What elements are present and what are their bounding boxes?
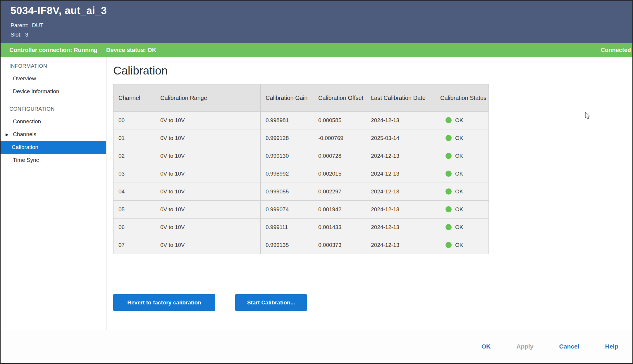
cell-range: 0V to 10V bbox=[155, 219, 261, 236]
status-ok-icon bbox=[445, 206, 452, 212]
cell-channel: 05 bbox=[113, 201, 155, 219]
ok-button[interactable]: OK bbox=[481, 343, 491, 350]
help-button[interactable]: Help bbox=[605, 343, 618, 350]
controller-connection-status: Controller connection: Running bbox=[9, 47, 97, 53]
start-calibration-button[interactable]: Start Calibration... bbox=[235, 294, 307, 311]
cell-date: 2024-12-13 bbox=[366, 112, 435, 129]
sidebar-item-label: Time Sync bbox=[13, 157, 39, 163]
sidebar-item-calibration[interactable]: Calibration bbox=[1, 141, 106, 154]
table-row[interactable]: 06 0V to 10V 0.999111 0.001433 2024-12-1… bbox=[113, 219, 489, 236]
mouse-cursor-icon bbox=[584, 112, 592, 122]
sidebar-item-label: Channels bbox=[13, 131, 36, 138]
slot-value: 3 bbox=[25, 32, 28, 38]
table-row[interactable]: 07 0V to 10V 0.999135 0.000373 2024-12-1… bbox=[113, 236, 489, 254]
calibration-actions: Revert to factory calibration Start Cali… bbox=[113, 294, 632, 311]
status-ok-icon bbox=[445, 188, 452, 195]
connection-status-bar: Controller connection: Running Device st… bbox=[1, 43, 632, 57]
sidebar-item-time-sync[interactable]: Time Sync bbox=[1, 154, 106, 167]
status-ok-icon bbox=[445, 135, 452, 141]
status-ok-icon bbox=[445, 224, 452, 230]
cell-gain: 0.999111 bbox=[261, 219, 313, 236]
device-slot-line: Slot:3 bbox=[11, 32, 28, 38]
cell-channel: 02 bbox=[113, 147, 155, 165]
parent-value: DUT bbox=[32, 22, 43, 28]
cell-status: OK bbox=[435, 165, 489, 183]
sidebar-item-label: Connection bbox=[13, 118, 41, 125]
cancel-button[interactable]: Cancel bbox=[559, 343, 579, 350]
revert-to-factory-calibration-button[interactable]: Revert to factory calibration bbox=[113, 294, 215, 311]
table-row[interactable]: 02 0V to 10V 0.999130 0.000728 2024-12-1… bbox=[113, 147, 489, 165]
cell-channel: 04 bbox=[113, 183, 155, 201]
status-text: OK bbox=[455, 188, 463, 195]
cell-date: 2024-12-13 bbox=[366, 165, 435, 183]
cell-status: OK bbox=[435, 147, 489, 165]
status-ok-icon bbox=[445, 153, 452, 159]
slot-label: Slot: bbox=[11, 32, 22, 38]
cell-date: 2025-03-14 bbox=[366, 129, 435, 147]
sidebar-item-connection[interactable]: Connection bbox=[1, 115, 106, 128]
cell-range: 0V to 10V bbox=[155, 183, 261, 201]
cell-offset: 0.000585 bbox=[313, 112, 366, 129]
cell-channel: 03 bbox=[113, 165, 155, 183]
cell-status: OK bbox=[435, 112, 489, 129]
apply-button[interactable]: Apply bbox=[516, 343, 533, 350]
cell-status: OK bbox=[435, 219, 489, 236]
cell-channel: 00 bbox=[113, 112, 155, 129]
cell-channel: 01 bbox=[113, 129, 155, 147]
cell-gain: 0.999055 bbox=[261, 183, 313, 201]
cell-channel: 07 bbox=[113, 236, 155, 254]
status-ok-icon bbox=[445, 171, 452, 177]
cell-gain: 0.999074 bbox=[261, 201, 313, 219]
sidebar-item-channels[interactable]: ▶ Channels bbox=[1, 128, 106, 141]
body-region: INFORMATION Overview Device Information … bbox=[1, 57, 632, 330]
cell-range: 0V to 10V bbox=[155, 165, 261, 183]
sidebar-item-overview[interactable]: Overview bbox=[1, 72, 106, 85]
device-title: 5034-IF8V, aut_ai_3 bbox=[11, 5, 107, 16]
cell-range: 0V to 10V bbox=[155, 112, 261, 129]
status-text: OK bbox=[455, 242, 463, 248]
cell-offset: 0.002015 bbox=[313, 165, 366, 183]
sidebar-item-label: Calibration bbox=[12, 144, 38, 150]
parent-label: Parent: bbox=[11, 22, 28, 28]
column-header-calibration-gain: Calibration Gain bbox=[261, 84, 313, 112]
cell-range: 0V to 10V bbox=[155, 201, 261, 219]
cell-range: 0V to 10V bbox=[155, 129, 261, 147]
table-row[interactable]: 01 0V to 10V 0.999128 -0.000769 2025-03-… bbox=[113, 129, 489, 147]
cell-gain: 0.998981 bbox=[261, 112, 313, 129]
dialog-footer: OK Apply Cancel Help bbox=[1, 330, 632, 363]
cell-channel: 06 bbox=[113, 219, 155, 236]
column-header-calibration-range: Calibration Range bbox=[155, 84, 261, 112]
table-row[interactable]: 04 0V to 10V 0.999055 0.002297 2024-12-1… bbox=[113, 183, 489, 201]
cell-gain: 0.998992 bbox=[261, 165, 313, 183]
cell-range: 0V to 10V bbox=[155, 236, 261, 254]
sidebar-item-device-information[interactable]: Device Information bbox=[1, 85, 106, 98]
status-text: OK bbox=[455, 206, 463, 212]
column-header-last-calibration-date: Last Calibration Date bbox=[366, 84, 435, 112]
device-header: 5034-IF8V, aut_ai_3 Parent:DUT Slot:3 bbox=[1, 1, 632, 43]
status-text: OK bbox=[455, 135, 463, 141]
status-ok-icon bbox=[445, 117, 452, 123]
device-parent-line: Parent:DUT bbox=[11, 22, 43, 29]
page-title: Calibration bbox=[113, 64, 632, 77]
cell-status: OK bbox=[435, 201, 489, 219]
status-text: OK bbox=[455, 171, 463, 177]
table-row[interactable]: 00 0V to 10V 0.998981 0.000585 2024-12-1… bbox=[113, 112, 489, 129]
cell-offset: 0.001433 bbox=[313, 219, 366, 236]
connected-badge: Connected bbox=[601, 47, 632, 53]
sidebar-section-configuration: CONFIGURATION bbox=[1, 103, 106, 115]
sidebar-item-label: Device Information bbox=[13, 88, 59, 95]
sidebar-nav: INFORMATION Overview Device Information … bbox=[1, 57, 106, 330]
column-header-calibration-status: Calibration Status bbox=[435, 84, 489, 112]
cell-offset: 0.000728 bbox=[313, 147, 366, 165]
expand-arrow-icon[interactable]: ▶ bbox=[6, 132, 8, 137]
device-configuration-window: 5034-IF8V, aut_ai_3 Parent:DUT Slot:3 Co… bbox=[0, 0, 633, 364]
cell-status: OK bbox=[435, 129, 489, 147]
status-text: OK bbox=[455, 153, 463, 159]
cell-date: 2024-12-13 bbox=[366, 147, 435, 165]
cell-gain: 0.999128 bbox=[261, 129, 313, 147]
cell-date: 2024-12-13 bbox=[366, 201, 435, 219]
cell-status: OK bbox=[435, 236, 489, 254]
table-row[interactable]: 03 0V to 10V 0.998992 0.002015 2024-12-1… bbox=[113, 165, 489, 183]
status-ok-icon bbox=[445, 242, 452, 248]
table-row[interactable]: 05 0V to 10V 0.999074 0.001942 2024-12-1… bbox=[113, 201, 489, 219]
